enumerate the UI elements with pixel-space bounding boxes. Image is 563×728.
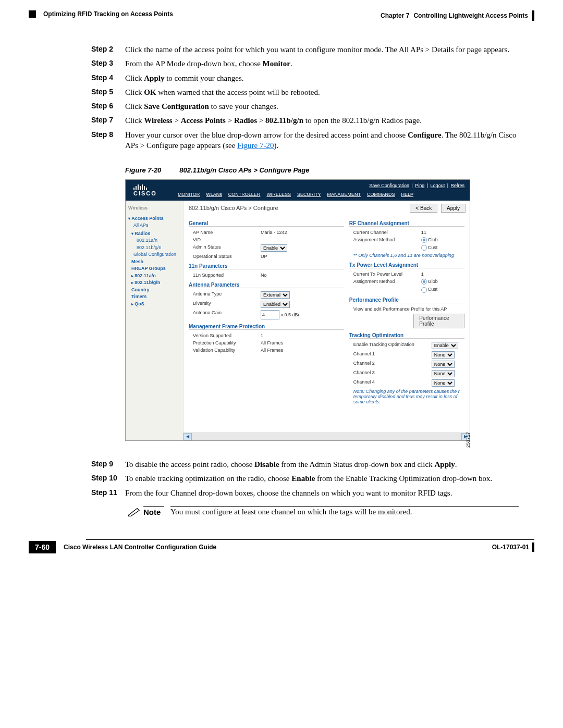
step-text: To enable tracking optimization on the r… — [125, 473, 519, 484]
step-label: Step 2 — [91, 44, 125, 55]
page-header: Optimizing RFID Tracking on Access Point… — [29, 10, 534, 21]
refresh-link[interactable]: Refres — [450, 183, 464, 188]
menu-security[interactable]: SECURITY — [297, 192, 321, 197]
step-label: Step 4 — [91, 73, 125, 83]
11n-supported-value: No — [261, 273, 344, 278]
tx-level-value: 1 — [421, 272, 442, 277]
hdr-rf: RF Channel Assignment — [349, 220, 464, 227]
admin-status-select[interactable]: Enable — [261, 244, 287, 252]
rf-radio-custom[interactable] — [421, 245, 427, 251]
step-text: Click Wireless > Access Points > Radios … — [125, 115, 519, 126]
footer-guide-title: Cisco Wireless LAN Controller Configurat… — [64, 544, 216, 551]
sidebar-timers[interactable]: Timers — [131, 293, 180, 301]
header-bar-icon — [532, 10, 534, 21]
current-channel-value: 11 — [421, 230, 442, 235]
menu-wlans[interactable]: WLANs — [206, 192, 222, 197]
menu-monitor[interactable]: MONITOR — [178, 192, 200, 197]
header-chapter-label: Chapter 7 — [381, 12, 409, 19]
cisco-topbar: CISCO Save Configuration | Ping | Logout… — [126, 180, 470, 201]
sidebar-80211bgn[interactable]: 802.11b/g/n — [131, 279, 180, 287]
hdr-general: General — [189, 220, 344, 227]
step-8: Step 8 Hover your cursor over the blue d… — [91, 130, 519, 151]
step-2: Step 2 Click the name of the access poin… — [91, 44, 519, 55]
step-label: Step 8 — [91, 130, 125, 151]
step-label: Step 6 — [91, 101, 125, 112]
pencil-icon — [125, 506, 143, 519]
step-text: To disable the access point radio, choos… — [125, 459, 519, 470]
channel4-select[interactable]: None — [432, 379, 455, 387]
antenna-type-select[interactable]: External — [261, 291, 290, 299]
horizontal-scrollbar[interactable]: ◀ ▶ — [183, 433, 470, 440]
menu-management[interactable]: MANAGEMENT — [327, 192, 361, 197]
op-status-value: UP — [261, 254, 344, 259]
footer-docid: OL-17037-01 — [492, 544, 529, 551]
step-6: Step 6 Click Save Configuration to save … — [91, 101, 519, 112]
menu-help[interactable]: HELP — [401, 192, 413, 197]
sidebar-title: Wireless — [128, 205, 180, 212]
sidebar-80211an[interactable]: 802.11a/n — [131, 273, 180, 280]
vid-value — [261, 237, 344, 242]
step-label: Step 9 — [91, 459, 125, 470]
note-block: Note You must configure at least one cha… — [125, 506, 534, 519]
sidebar-country[interactable]: Country — [131, 287, 180, 294]
sidebar-all-aps[interactable]: All APs — [133, 222, 180, 229]
step-label: Step 5 — [91, 87, 125, 97]
menu-commands[interactable]: COMMANDS — [367, 192, 395, 197]
sidebar-global-config[interactable]: Global Configuration — [133, 251, 180, 258]
footer-bar-icon — [532, 542, 534, 552]
menu-controller[interactable]: CONTROLLER — [228, 192, 261, 197]
save-config-link[interactable]: Save Configuration — [369, 183, 409, 188]
sidebar-mesh[interactable]: Mesh — [131, 258, 180, 266]
step-text: Click Apply to commit your changes. — [125, 73, 519, 83]
note-text: You must configure at least one channel … — [170, 506, 519, 516]
page-footer: 7-60 Cisco Wireless LAN Controller Confi… — [29, 541, 534, 553]
step-label: Step 11 — [91, 488, 125, 498]
sidebar-access-points[interactable]: Access Points — [128, 215, 180, 223]
tx-radio-global[interactable] — [421, 279, 427, 285]
rf-radio-global[interactable] — [421, 237, 427, 243]
cisco-ui-screenshot: CISCO Save Configuration | Ping | Logout… — [125, 179, 470, 441]
figure-link[interactable]: Figure 7-20 — [237, 141, 274, 150]
apply-button[interactable]: Apply — [441, 204, 466, 213]
channel1-select[interactable]: None — [432, 351, 455, 359]
hdr-antenna: Antenna Parameters — [189, 282, 344, 288]
antenna-gain-input[interactable] — [261, 310, 279, 319]
sidebar-radio-an[interactable]: 802.11a/n — [137, 237, 180, 244]
hdr-perf: Performance Profile — [349, 297, 464, 303]
perf-profile-button[interactable]: Performance Profile — [413, 314, 464, 328]
sidebar-qos[interactable]: QoS — [131, 301, 180, 308]
apname-value: Maria - 1242 — [261, 230, 344, 235]
ping-link[interactable]: Ping — [415, 183, 424, 188]
channel3-select[interactable]: None — [432, 370, 455, 377]
logout-link[interactable]: Logout — [431, 183, 445, 188]
step-label: Step 3 — [91, 58, 125, 69]
sidebar-hreap[interactable]: HREAP Groups — [131, 265, 180, 273]
header-section: Optimizing RFID Tracking on Access Point… — [43, 10, 173, 18]
step-text: From the four Channel drop-down boxes, c… — [125, 488, 519, 498]
figure-caption: Figure 7-20802.11b/g/n Cisco APs > Confi… — [125, 166, 534, 174]
channel2-select[interactable]: None — [432, 361, 455, 368]
scroll-left-icon[interactable]: ◀ — [183, 433, 192, 440]
menu-wireless[interactable]: WIRELESS — [266, 192, 291, 197]
step-11: Step 11 From the four Channel drop-down … — [91, 488, 519, 498]
diversity-select[interactable]: Enabled — [261, 301, 290, 308]
back-button[interactable]: < Back — [410, 204, 437, 213]
step-label: Step 10 — [91, 473, 125, 484]
step-7: Step 7 Click Wireless > Access Points > … — [91, 115, 519, 126]
tx-radio-custom[interactable] — [421, 287, 427, 293]
step-text: From the AP Mode drop-down box, choose M… — [125, 58, 519, 69]
step-9: Step 9 To disable the access point radio… — [91, 459, 519, 470]
main-pane: 802.11b/g/n Cisco APs > Configure < Back… — [183, 201, 470, 440]
sidebar-radio-bgn[interactable]: 802.11b/g/n — [137, 244, 180, 252]
sidebar-radios[interactable]: Radios — [131, 230, 180, 238]
hdr-mfp: Management Frame Protection — [189, 324, 344, 330]
page-number: 7-60 — [29, 541, 56, 553]
step-text: Click Save Configuration to save your ch… — [125, 101, 519, 112]
enable-tracking-select[interactable]: Enable — [432, 342, 458, 349]
sidebar: Wireless Access Points All APs Radios 80… — [126, 201, 183, 440]
cisco-logo: CISCO — [126, 182, 165, 199]
step-5: Step 5 Click OK when warned that the acc… — [91, 87, 519, 97]
image-id: 250757 — [466, 432, 471, 448]
step-3: Step 3 From the AP Mode drop-down box, c… — [91, 58, 519, 69]
main-menu: MONITOR WLANs CONTROLLER WIRELESS SECURI… — [178, 192, 413, 197]
